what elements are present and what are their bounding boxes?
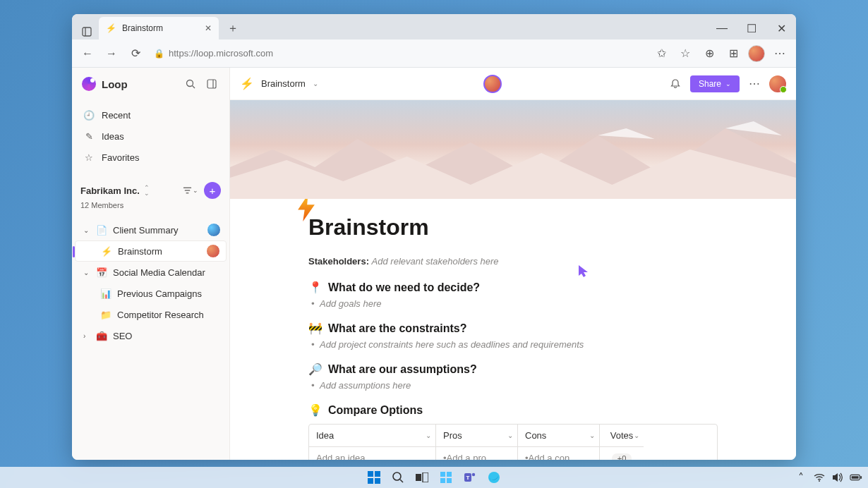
svg-rect-24 [447,472,452,477]
edge-button[interactable] [486,469,502,486]
user-avatar[interactable] [769,75,786,92]
cell-pros[interactable]: Add a pro [436,447,518,460]
tray-chevron-icon[interactable]: ˄ [795,471,807,484]
star-icon: ☆ [83,152,95,163]
section-heading[interactable]: 🔎 What are our assumptions? [308,362,718,376]
tree-label: Brainstorm [118,246,162,257]
collections-icon[interactable]: ⊕ [700,44,718,63]
browser-tab-active[interactable]: ⚡ Brainstorm ✕ [99,17,219,39]
bullet-placeholder[interactable]: Add assumptions here [320,380,718,391]
bulb-icon: 💡 [308,403,323,417]
chevron-down-icon[interactable]: ⌄ [507,432,513,439]
chevron-down-icon: ⌄ [83,269,90,276]
section-constraints: 🚧 What are the constraints? Add project … [308,322,718,350]
presence-avatar [207,223,221,237]
tree-item-previous-campaigns[interactable]: 📊 Previous Campaigns [75,283,227,304]
svg-point-31 [819,480,820,482]
new-tab-button[interactable]: ＋ [223,18,243,38]
nav-favorites[interactable]: ☆ Favorites [72,147,229,168]
tree-item-seo[interactable]: › 🧰 SEO [75,325,227,346]
cell-votes[interactable]: +0 [600,447,644,460]
chevron-down-icon[interactable]: ⌄ [589,432,595,439]
page-icon[interactable] [296,199,317,227]
share-label: Share [699,79,721,89]
col-header-idea[interactable]: Idea⌄ [309,425,436,447]
document-icon: 📄 [96,225,107,236]
favorite-icon[interactable]: ☆ [676,44,694,63]
bullet-placeholder[interactable]: Add goals here [320,298,718,309]
col-header-votes[interactable]: Votes⌄ [600,425,644,447]
panel-toggle-icon[interactable] [204,76,219,92]
close-tab-button[interactable]: ✕ [205,23,212,33]
tree-item-brainstorm[interactable]: ⚡ Brainstorm [75,240,227,262]
task-view-button[interactable] [414,469,430,486]
bullet-placeholder[interactable]: Add project constraints here such as dea… [320,339,718,350]
chart-icon: 📊 [100,288,111,299]
notifications-icon[interactable] [668,76,683,92]
browser-menu-icon[interactable]: ⋯ [771,44,789,63]
cell-idea[interactable]: Add an idea [309,447,436,460]
more-icon[interactable]: ⋯ [747,76,762,92]
vote-pill[interactable]: +0 [612,453,632,460]
col-header-pros[interactable]: Pros⌄ [436,425,518,447]
breadcrumb[interactable]: Brainstorm [261,78,306,89]
url-display[interactable]: 🔒 https://loop.microsoft.com [154,48,273,59]
nav-recent[interactable]: 🕘 Recent [72,104,229,126]
tab-title: Brainstorm [122,23,163,33]
add-page-button[interactable]: + [204,182,221,199]
chevron-down-icon: ⌄ [83,226,90,234]
nav-back-button[interactable]: ← [79,45,96,62]
chevron-down-icon[interactable]: ⌄ [426,432,431,439]
page-title[interactable]: Brainstorm [308,214,718,240]
teams-button[interactable]: T [462,469,478,486]
window-minimize-button[interactable]: — [707,17,737,39]
nav-label: Ideas [102,131,124,142]
svg-line-3 [193,86,195,89]
svg-marker-11 [598,128,654,139]
window-maximize-button[interactable]: ☐ [737,17,766,39]
wifi-icon[interactable] [813,471,826,484]
search-icon[interactable] [183,76,198,92]
profile-avatar[interactable] [748,45,765,62]
chevron-right-icon: › [83,332,90,340]
window-close-button[interactable]: ✕ [766,17,796,39]
workspace-name[interactable]: Fabrikam Inc. [80,185,140,196]
stakeholders-line[interactable]: Stakeholders: Add relevant stakeholders … [308,256,718,267]
workspace-switcher-icon[interactable]: ⌃⌄ [144,185,150,196]
volume-icon[interactable] [831,471,844,484]
workspace-section: Fabrikam Inc. ⌃⌄ ⌄ + 12 Members [72,172,229,214]
section-heading[interactable]: 🚧 What are the constraints? [308,322,718,335]
svg-line-20 [400,480,403,482]
chevron-down-icon[interactable]: ⌄ [634,432,639,439]
filter-icon[interactable]: ⌄ [183,183,198,198]
col-header-cons[interactable]: Cons⌄ [518,425,600,447]
tree-item-social-media[interactable]: ⌄ 📅 Social Media Calendar [75,262,227,283]
collaborator-avatar[interactable] [483,75,502,93]
calendar-icon: 📅 [96,267,107,278]
magnifier-icon: 🔎 [308,362,323,376]
tree-item-client-summary[interactable]: ⌄ 📄 Client Summary [75,219,227,240]
svg-point-2 [187,80,193,87]
nav-ideas[interactable]: ✎ Ideas [72,126,229,147]
tab-overview-button[interactable] [79,24,95,39]
section-heading[interactable]: 💡 Compare Options [308,403,718,417]
battery-icon[interactable] [850,471,862,484]
document-body[interactable]: Brainstorm Stakeholders: Add relevant st… [230,199,796,460]
section-heading[interactable]: 📍 What do we need to decide? [308,281,718,294]
tree-item-competitor-research[interactable]: 📁 Competitor Research [75,304,227,325]
tree-label: Previous Campaigns [117,288,202,299]
read-aloud-icon[interactable]: ✩ [652,44,670,63]
pencil-icon: ✎ [83,131,95,142]
widgets-button[interactable] [438,469,454,486]
nav-forward-button[interactable]: → [103,45,120,62]
svg-marker-32 [833,473,838,482]
browser-window: ⚡ Brainstorm ✕ ＋ — ☐ ✕ ← → ⟳ 🔒 https://l… [72,14,796,460]
start-button[interactable] [366,469,382,486]
extensions-icon[interactable]: ⊞ [724,44,742,63]
share-button[interactable]: Share ⌄ [690,75,740,92]
windows-taskbar: T ˄ [0,467,868,488]
chevron-down-icon[interactable]: ⌄ [313,80,318,87]
cell-cons[interactable]: Add a con [518,447,600,460]
search-button[interactable] [390,469,406,486]
nav-refresh-button[interactable]: ⟳ [127,45,144,62]
